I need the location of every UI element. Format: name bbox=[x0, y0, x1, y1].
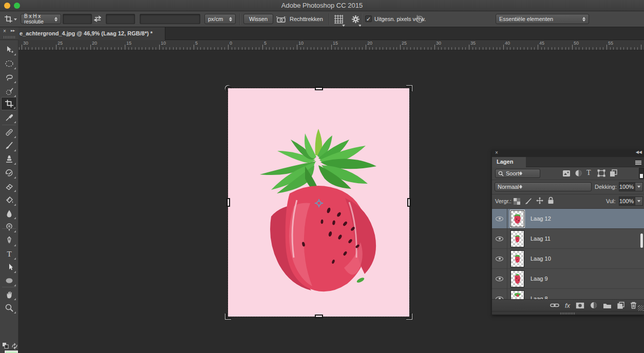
shape-filter-icon[interactable] bbox=[597, 169, 605, 178]
layer-row[interactable]: Laag 12 bbox=[492, 209, 644, 229]
tool-history-brush[interactable] bbox=[1, 166, 17, 180]
lock-position-icon[interactable] bbox=[536, 197, 544, 206]
layer-thumbnail[interactable] bbox=[510, 290, 524, 300]
eye-cell[interactable] bbox=[492, 209, 507, 229]
layer-thumbnail[interactable] bbox=[510, 250, 524, 267]
layers-scrollbar-thumb[interactable] bbox=[640, 233, 643, 248]
layer-name[interactable]: Laag 11 bbox=[531, 236, 551, 242]
panel-grip[interactable] bbox=[560, 312, 576, 315]
crop-handle-top-right[interactable] bbox=[406, 86, 412, 92]
tool-shape[interactable] bbox=[1, 274, 17, 287]
double-arrow-icon[interactable]: ▸▸ bbox=[11, 28, 15, 33]
eye-cell[interactable] bbox=[492, 269, 507, 289]
opacity-dropdown-button[interactable] bbox=[635, 182, 643, 191]
tool-spot-healing[interactable] bbox=[1, 126, 17, 139]
straighten-button[interactable]: Rechttrekken bbox=[290, 16, 323, 22]
tool-type[interactable]: T bbox=[1, 247, 17, 261]
opacity-value[interactable]: 100% bbox=[619, 182, 635, 191]
crop-handle-bottom-left[interactable] bbox=[225, 313, 232, 319]
tool-path-selection[interactable] bbox=[1, 261, 17, 274]
tool-marquee[interactable] bbox=[1, 57, 17, 70]
type-filter-icon[interactable]: T bbox=[586, 169, 591, 177]
lock-pixels-icon[interactable] bbox=[524, 197, 533, 206]
fill-dropdown-button[interactable] bbox=[635, 197, 643, 206]
close-icon[interactable]: × bbox=[3, 28, 6, 34]
eye-cell[interactable] bbox=[492, 249, 507, 269]
crop-resolution-input[interactable] bbox=[140, 14, 200, 24]
tool-paint-bucket[interactable] bbox=[1, 193, 17, 207]
canvas[interactable] bbox=[228, 88, 409, 317]
tool-quick-selection[interactable] bbox=[1, 85, 17, 98]
eye-cell[interactable] bbox=[492, 229, 507, 249]
panel-resize-strip[interactable] bbox=[492, 311, 644, 315]
tool-eraser[interactable] bbox=[1, 180, 17, 193]
visibility-eye-icon[interactable] bbox=[496, 257, 503, 261]
layer-row[interactable]: Laag 9 bbox=[492, 269, 644, 289]
blend-mode-dropdown[interactable]: Normaal bbox=[495, 182, 592, 191]
eye-cell[interactable] bbox=[492, 289, 507, 300]
layer-thumbnail[interactable] bbox=[510, 230, 524, 247]
layer-row[interactable]: Laag 11 bbox=[492, 229, 644, 249]
lock-all-icon[interactable] bbox=[547, 197, 554, 205]
tool-preset-caret-icon[interactable] bbox=[14, 18, 17, 21]
ruler[interactable]: 302520151050510152025303540455055 bbox=[18, 40, 644, 50]
layer-mask-icon[interactable] bbox=[576, 302, 584, 309]
tool-blur[interactable] bbox=[1, 207, 17, 220]
new-layer-icon[interactable] bbox=[617, 302, 624, 309]
close-icon[interactable]: × bbox=[495, 150, 498, 155]
crop-handle-right[interactable] bbox=[407, 198, 411, 207]
layer-row[interactable]: Laag 8 bbox=[492, 289, 644, 299]
resolution-unit-dropdown[interactable]: px/cm bbox=[204, 14, 236, 24]
layer-name[interactable]: Laag 8 bbox=[531, 296, 548, 299]
tool-pen[interactable] bbox=[1, 234, 17, 247]
tool-hand[interactable] bbox=[1, 288, 17, 301]
clear-button[interactable]: Wissen bbox=[243, 14, 273, 24]
link-icon[interactable] bbox=[550, 303, 559, 308]
collapse-panels-icon[interactable]: ◀◀ bbox=[636, 150, 642, 154]
layer-thumbnail[interactable] bbox=[510, 270, 524, 287]
panel-grip[interactable] bbox=[4, 36, 15, 38]
crop-handle-bottom-right[interactable] bbox=[406, 313, 412, 319]
fx-icon[interactable]: fx bbox=[565, 302, 570, 309]
reset-icon[interactable] bbox=[415, 14, 425, 26]
layer-filter-toggle[interactable] bbox=[639, 168, 644, 179]
tool-zoom[interactable] bbox=[1, 301, 17, 315]
smart-object-filter-icon[interactable] bbox=[610, 169, 617, 178]
layer-name[interactable]: Laag 12 bbox=[531, 215, 551, 222]
layer-row[interactable]: Laag 10 bbox=[492, 249, 644, 269]
delete-layer-icon[interactable] bbox=[630, 302, 637, 309]
crop-height-input[interactable] bbox=[106, 14, 135, 24]
crop-handle-top[interactable] bbox=[315, 87, 323, 90]
delete-cropped-checkbox[interactable]: ✓ bbox=[365, 15, 372, 22]
tool-brush[interactable] bbox=[1, 139, 17, 152]
panel-resize-grip[interactable] bbox=[638, 305, 643, 311]
group-icon[interactable] bbox=[603, 302, 612, 309]
pixel-filter-icon[interactable] bbox=[562, 170, 571, 178]
panel-menu-icon[interactable] bbox=[635, 161, 641, 162]
visibility-eye-icon[interactable] bbox=[496, 217, 503, 221]
filter-type-dropdown[interactable]: Soort bbox=[495, 169, 540, 178]
tool-lasso[interactable] bbox=[1, 71, 17, 84]
preset-dropdown[interactable]: B x H x resolutie bbox=[21, 14, 61, 24]
foreground-color-swatch[interactable] bbox=[5, 350, 18, 353]
fill-value[interactable]: 100% bbox=[619, 197, 635, 206]
layer-thumbnail[interactable] bbox=[510, 210, 524, 227]
gear-icon[interactable] bbox=[351, 15, 360, 26]
layer-name[interactable]: Laag 9 bbox=[531, 276, 548, 282]
tab-layers[interactable]: Lagen bbox=[492, 157, 526, 167]
tool-dodge[interactable] bbox=[1, 220, 17, 233]
visibility-eye-icon[interactable] bbox=[496, 237, 503, 241]
visibility-eye-icon[interactable] bbox=[496, 277, 503, 281]
workspace-dropdown[interactable]: Essentiële elementen bbox=[496, 14, 589, 24]
tool-eyedropper[interactable] bbox=[1, 111, 17, 124]
lock-transparency-icon[interactable] bbox=[514, 198, 520, 206]
crop-handle-top-left[interactable] bbox=[225, 86, 232, 92]
crop-width-input[interactable] bbox=[63, 14, 92, 24]
adjustment-layer-icon[interactable] bbox=[590, 302, 597, 309]
document-tab[interactable]: e_achtergrond_4.jpg @ 46,9% (Laag 12, RG… bbox=[18, 27, 165, 40]
adjustment-filter-icon[interactable] bbox=[575, 169, 582, 178]
crop-handle-left[interactable] bbox=[226, 198, 230, 207]
tool-clone-stamp[interactable] bbox=[1, 152, 17, 166]
layer-name[interactable]: Laag 10 bbox=[531, 256, 551, 262]
swap-arrows-icon[interactable] bbox=[93, 15, 102, 25]
